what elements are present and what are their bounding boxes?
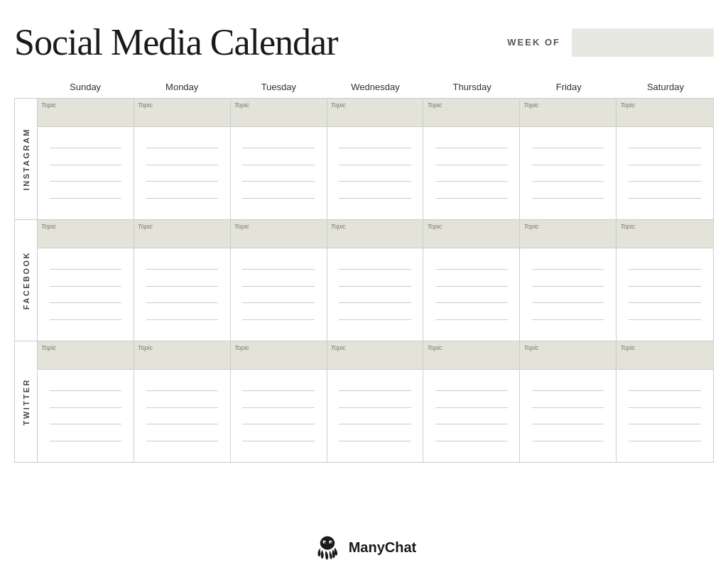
line xyxy=(339,269,411,270)
topic-label-fb-sat: Topic xyxy=(620,223,635,230)
instagram-wednesday-lines xyxy=(327,127,423,219)
day-header-monday: Monday xyxy=(134,77,230,98)
facebook-saturday-lines xyxy=(616,248,713,341)
line xyxy=(50,390,121,391)
footer-logo: ManyChat xyxy=(312,532,417,563)
instagram-label-cell: INSTAGRAM xyxy=(15,99,38,219)
week-of-container: WEEK OF xyxy=(507,28,714,57)
line xyxy=(435,424,507,424)
instagram-friday-lines xyxy=(520,127,616,219)
instagram-wednesday-topic[interactable]: Topic xyxy=(327,99,423,127)
line xyxy=(629,198,701,199)
line xyxy=(242,286,314,287)
line xyxy=(242,319,314,320)
page-header: Social Media Calendar WEEK OF xyxy=(14,21,714,63)
day-header-tuesday: Tuesday xyxy=(230,77,327,98)
twitter-tuesday-topic[interactable]: Topic xyxy=(231,341,327,370)
line xyxy=(435,390,507,391)
instagram-monday-lines xyxy=(134,127,230,219)
topic-label-ig-mon: Topic xyxy=(138,101,153,109)
line xyxy=(629,269,701,270)
line xyxy=(146,148,218,148)
instagram-saturday: Topic xyxy=(616,99,713,219)
instagram-wednesday: Topic xyxy=(327,99,424,219)
twitter-label: TWITTER xyxy=(22,378,31,425)
topic-label-tw-tue: Topic xyxy=(234,344,249,351)
facebook-wednesday: Topic xyxy=(327,220,424,341)
twitter-saturday-topic[interactable]: Topic xyxy=(616,341,713,370)
line xyxy=(532,441,604,441)
instagram-friday: Topic xyxy=(520,99,616,219)
svg-point-3 xyxy=(324,542,325,543)
twitter-monday-topic[interactable]: Topic xyxy=(134,341,230,370)
line xyxy=(435,319,507,320)
facebook-monday-lines xyxy=(134,248,230,341)
instagram-thursday: Topic xyxy=(423,99,520,219)
topic-label-tw-fri: Topic xyxy=(523,344,538,351)
topic-label-fb-wed: Topic xyxy=(331,223,346,230)
line xyxy=(146,302,218,303)
facebook-monday-topic[interactable]: Topic xyxy=(134,220,230,248)
line xyxy=(242,424,314,424)
instagram-sunday-lines xyxy=(38,127,134,219)
line xyxy=(532,148,604,148)
line xyxy=(50,424,121,424)
facebook-friday-topic[interactable]: Topic xyxy=(520,220,616,248)
line xyxy=(629,181,701,182)
instagram-saturday-topic[interactable]: Topic xyxy=(616,99,713,127)
instagram-monday-topic[interactable]: Topic xyxy=(134,99,230,127)
twitter-days-grid: Topic Topic xyxy=(38,341,713,462)
instagram-friday-topic[interactable]: Topic xyxy=(520,99,616,127)
twitter-wednesday-lines xyxy=(327,370,423,462)
instagram-sunday: Topic xyxy=(38,99,134,219)
facebook-saturday-topic[interactable]: Topic xyxy=(616,220,713,248)
line xyxy=(532,286,604,287)
topic-label-fb-sun: Topic xyxy=(41,223,56,230)
day-headers: Sunday Monday Tuesday Wednesday Thursday… xyxy=(14,77,714,98)
line xyxy=(339,441,411,441)
facebook-tuesday-topic[interactable]: Topic xyxy=(231,220,327,248)
twitter-tuesday: Topic xyxy=(231,341,327,462)
line xyxy=(339,198,411,199)
line xyxy=(629,407,701,408)
facebook-label-cell: FACEBOOK xyxy=(15,220,38,341)
day-header-wednesday: Wednesday xyxy=(327,77,423,98)
topic-label-tw-wed: Topic xyxy=(331,344,346,351)
instagram-tuesday-topic[interactable]: Topic xyxy=(231,99,327,127)
line xyxy=(146,181,218,182)
line xyxy=(146,286,218,287)
facebook-thursday-lines xyxy=(423,248,519,341)
line xyxy=(242,198,314,199)
week-of-input[interactable] xyxy=(572,28,714,57)
twitter-thursday-topic[interactable]: Topic xyxy=(423,341,519,370)
twitter-sunday-topic[interactable]: Topic xyxy=(38,341,134,370)
topic-label-tw-sat: Topic xyxy=(620,344,635,351)
facebook-sunday-topic[interactable]: Topic xyxy=(38,220,134,248)
twitter-monday-lines xyxy=(134,370,230,462)
line xyxy=(339,148,411,148)
instagram-thursday-topic[interactable]: Topic xyxy=(423,99,519,127)
twitter-saturday: Topic xyxy=(616,341,713,462)
footer: ManyChat xyxy=(312,532,417,563)
page-title: Social Media Calendar xyxy=(14,21,338,63)
line xyxy=(50,181,121,182)
line xyxy=(146,424,218,424)
topic-label-tw-thu: Topic xyxy=(427,344,442,351)
twitter-thursday-lines xyxy=(423,370,519,462)
topic-label-fb-thu: Topic xyxy=(427,223,442,230)
day-header-friday: Friday xyxy=(521,77,617,98)
twitter-wednesday-topic[interactable]: Topic xyxy=(327,341,423,370)
facebook-wednesday-topic[interactable]: Topic xyxy=(327,220,423,248)
line xyxy=(435,269,507,270)
line xyxy=(435,148,507,148)
topic-label-ig-tue: Topic xyxy=(234,101,249,109)
line xyxy=(50,302,121,303)
instagram-sunday-topic[interactable]: Topic xyxy=(38,99,134,127)
facebook-wednesday-lines xyxy=(327,248,423,341)
svg-point-0 xyxy=(320,537,335,550)
twitter-friday-topic[interactable]: Topic xyxy=(520,341,616,370)
facebook-thursday-topic[interactable]: Topic xyxy=(423,220,519,248)
line xyxy=(339,302,411,303)
day-header-thursday: Thursday xyxy=(424,77,521,98)
line xyxy=(50,148,121,148)
